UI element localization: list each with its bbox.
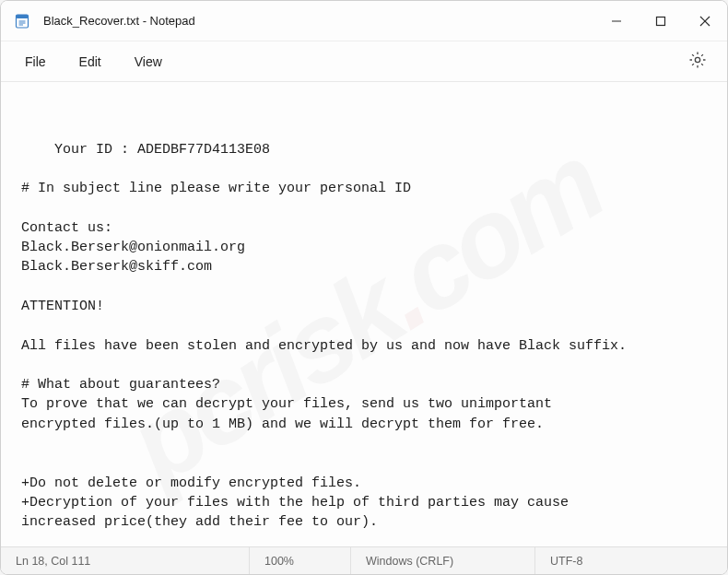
status-zoom: 100%	[250, 547, 351, 574]
menubar: File Edit View	[1, 41, 727, 82]
document-text: Your ID : ADEDBF77D4113E08 # In subject …	[21, 142, 627, 531]
svg-point-9	[695, 57, 699, 62]
menu-edit[interactable]: Edit	[63, 47, 118, 76]
notepad-icon	[14, 13, 30, 29]
titlebar: Black_Recover.txt - Notepad	[1, 1, 727, 41]
status-line-ending: Windows (CRLF)	[351, 547, 535, 574]
watermark: pcrisk.com	[99, 108, 630, 521]
menu-view[interactable]: View	[118, 47, 179, 76]
text-editor[interactable]: pcrisk.com Your ID : ADEDBF77D4113E08 # …	[1, 82, 727, 546]
gear-icon	[688, 51, 707, 73]
svg-rect-6	[657, 18, 665, 26]
notepad-window: Black_Recover.txt - Notepad File Edit Vi…	[0, 0, 728, 575]
maximize-button[interactable]	[639, 1, 683, 41]
close-button[interactable]	[683, 1, 727, 41]
window-title: Black_Recover.txt - Notepad	[43, 14, 195, 28]
minimize-button[interactable]	[594, 1, 639, 41]
menu-file[interactable]: File	[8, 47, 63, 76]
window-controls	[594, 1, 727, 41]
statusbar: Ln 18, Col 111 100% Windows (CRLF) UTF-8	[1, 546, 727, 574]
status-encoding: UTF-8	[535, 547, 701, 574]
svg-rect-1	[17, 15, 29, 18]
settings-button[interactable]	[681, 45, 714, 78]
status-position: Ln 18, Col 111	[1, 547, 250, 574]
